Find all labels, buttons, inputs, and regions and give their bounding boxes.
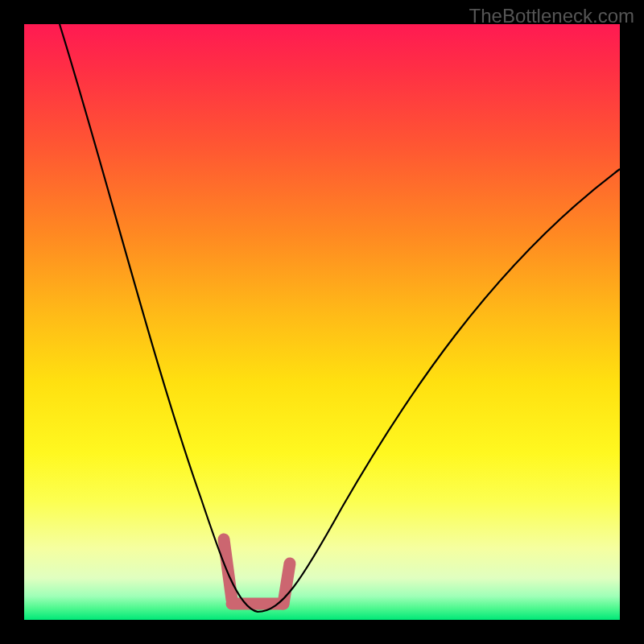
bottleneck-curve xyxy=(60,24,620,612)
chart-svg xyxy=(24,24,620,620)
pink-v-marker xyxy=(224,539,290,604)
watermark-text: TheBottleneck.com xyxy=(469,5,634,27)
plot-area xyxy=(24,24,620,620)
